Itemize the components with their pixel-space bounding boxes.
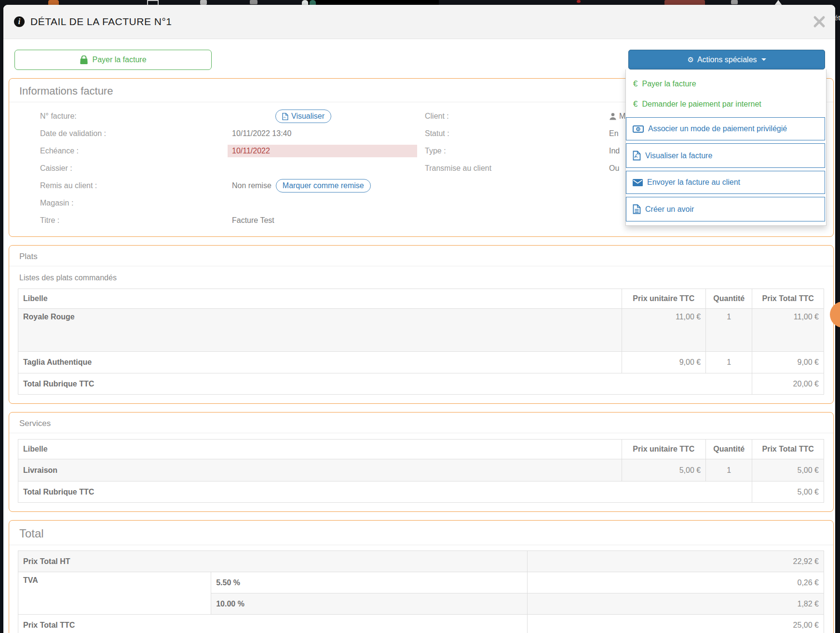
mark-as-delivered-button[interactable]: Marquer comme remise [276,179,371,193]
column-header-quantity: Quantité [706,289,752,309]
section-total-label: Total Rubrique TTC [18,482,752,503]
quantity: 1 [706,309,752,352]
quantity: 1 [706,352,752,373]
file-pdf-icon [282,112,288,121]
info-row-cashier: Caissier : [40,160,425,177]
field-label: Remis au client : [40,181,232,190]
euro-icon: € [633,99,637,109]
column-header-libelle: Libelle [18,440,622,459]
due-date-overdue-value: 10/11/2022 [228,145,417,157]
total-price: 9,00 € [752,352,824,373]
unit-price: 9,00 € [622,352,706,373]
caret-down-icon [761,58,766,61]
status-value-partial: En [609,129,619,138]
total-panel: Total Prix Total HT 22,92 € TVA 5.50 % 0… [9,520,834,633]
pay-invoice-button[interactable]: Payer la facture [14,50,212,70]
view-pdf-label: Visualiser [291,112,325,121]
total-ttc-label: Prix Total TTC [18,615,528,633]
column-header-quantity: Quantité [706,440,752,459]
type-value-partial: Ind [609,147,620,155]
tva-value-1: 0,26 € [528,572,824,593]
menu-item-pay-invoice[interactable]: € Payer la facture [626,74,826,94]
envelope-icon [633,179,643,186]
table-footer-row: Total Rubrique TTC 5,00 € [18,482,824,503]
info-left-column: N° facture: [40,108,425,229]
menu-item-send-invoice[interactable]: Envoyer la facture au client [626,171,825,194]
menu-item-label: Visualiser la facture [645,151,712,160]
tva-rate-1: 5.50 % [211,572,528,593]
service-name: Livraison [18,459,622,482]
modal-title: DÉTAIL DE LA FACTURE N°1 [30,16,172,28]
total-ht-row: Prix Total HT 22,92 € [18,551,824,572]
table-footer-row: Total Rubrique TTC 20,00 € [18,373,824,395]
file-text-icon [633,204,641,214]
validation-date-value: 10/11/2022 13:40 [232,129,291,138]
dishes-subtitle: Listes des plats commandés [9,266,833,283]
field-label: Caissier : [40,164,232,173]
info-row-delivered-to-client: Remis au client : Non remise Marquer com… [40,177,425,194]
tva-value-2: 1,82 € [528,593,824,615]
dish-name: Taglia Authentique [18,352,622,373]
menu-item-label: Créer un avoir [645,205,694,214]
info-row-invoice-number: N° facture: [40,108,425,125]
mark-as-delivered-label: Marquer comme remise [283,181,364,190]
modal-header: i DÉTAIL DE LA FACTURE N°1 [3,5,835,39]
modal-body: Payer la facture ⚙ Actions spéciales € P… [9,50,834,633]
delivered-status-value: Non remise [232,181,271,190]
pay-invoice-label: Payer la facture [92,55,146,64]
sent-value-partial: Ou [609,164,619,173]
shopping-bag-icon [80,55,88,65]
menu-item-label: Associer un mode de paiement privilégié [648,124,787,133]
field-label: Transmise au client [425,164,609,173]
menu-item-associate-payment-method[interactable]: Associer un mode de paiement privilégié [626,117,825,140]
services-panel: Services Libelle Prix unitaire TTC Quant… [9,412,834,512]
invoice-title-value: Facture Test [232,216,274,225]
euro-icon: € [633,79,637,89]
background-tool-icon [200,0,207,5]
special-actions-label: Actions spéciales [697,55,757,64]
field-label: Magasin : [40,199,232,207]
dishes-table: Libelle Prix unitaire TTC Quantité Prix … [18,289,824,395]
table-header-row: Libelle Prix unitaire TTC Quantité Prix … [18,440,824,459]
section-total-label: Total Rubrique TTC [18,373,752,395]
file-pdf-icon [633,151,641,161]
special-actions-menu: € Payer la facture € Demander le paiemen… [625,69,826,226]
tva-rate-2: 10.00 % [211,593,528,615]
field-label: Statut : [425,129,609,138]
menu-item-view-invoice[interactable]: Visualiser la facture [626,143,825,168]
column-header-total-price: Prix Total TTC [752,440,824,459]
background-gray-icon-2 [731,0,738,4]
tva-row-1: TVA 5.50 % 0,26 € [18,572,824,593]
table-row: Royale Rouge 11,00 € 1 11,00 € [18,309,824,352]
total-price: 11,00 € [752,309,824,352]
dishes-panel-title: Plats [9,246,833,266]
table-header-row: Libelle Prix unitaire TTC Quantité Prix … [18,289,824,309]
toolbar: Payer la facture ⚙ Actions spéciales € P… [9,50,834,70]
total-price: 5,00 € [752,459,824,482]
special-actions-button[interactable]: ⚙ Actions spéciales [628,50,825,69]
field-label: Type : [425,147,609,155]
total-table: Prix Total HT 22,92 € TVA 5.50 % 0,26 € … [18,550,824,633]
field-label: Client : [425,112,609,121]
section-total-value: 5,00 € [752,482,824,503]
total-ttc-value: 25,00 € [528,615,824,633]
total-panel-title: Total [9,521,833,545]
banknote-icon [633,125,644,133]
services-table: Libelle Prix unitaire TTC Quantité Prix … [18,439,824,503]
table-row: Livraison 5,00 € 1 5,00 € [18,459,824,482]
dishes-panel: Plats Listes des plats commandés Libelle… [9,245,834,404]
menu-item-request-online-payment[interactable]: € Demander le paiement par internet [626,94,826,114]
close-icon[interactable] [813,15,826,28]
info-row-validation-date: Date de validation : 10/11/2022 13:40 [40,125,425,142]
menu-item-create-credit-note[interactable]: Créer un avoir [626,197,825,221]
view-pdf-button[interactable]: Visualiser [275,110,331,123]
unit-price: 5,00 € [622,459,706,482]
section-total-value: 20,00 € [752,373,824,395]
column-header-total-price: Prix Total TTC [752,289,824,309]
menu-item-label: Payer la facture [642,80,696,88]
column-header-unit-price: Prix unitaire TTC [622,440,706,459]
background-gray-icon [250,0,257,4]
quantity: 1 [706,459,752,482]
background-red-dot-icon [577,0,581,3]
field-label: N° facture: [40,112,232,121]
